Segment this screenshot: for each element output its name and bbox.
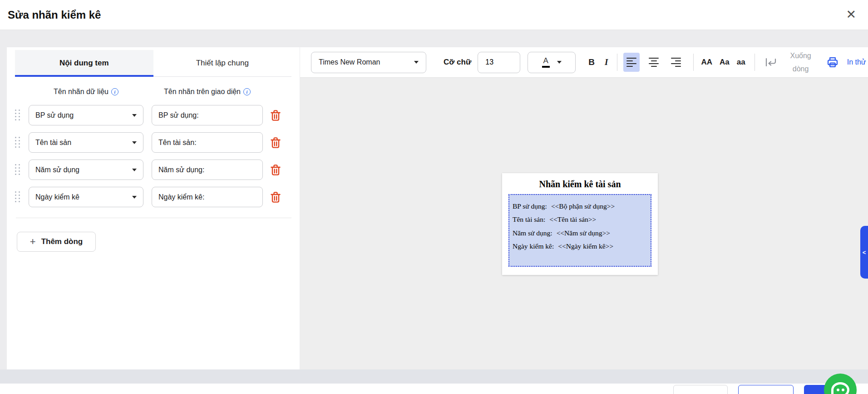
toolbar-separator <box>755 54 755 71</box>
print-test-button[interactable]: In thử <box>846 57 868 68</box>
preview-line-value: <<Bộ phận sử dụng>> <box>551 202 615 210</box>
tab-label: Nội dung tem <box>59 59 109 68</box>
chevron-left-icon: < <box>863 249 866 256</box>
drag-handle-icon[interactable] <box>15 191 29 203</box>
font-size-input[interactable] <box>478 52 520 73</box>
select-value: Năm sử dụng <box>35 166 79 174</box>
bold-button[interactable]: B <box>588 57 595 67</box>
tab-label-content[interactable]: Nội dung tem <box>15 50 153 76</box>
preview-line-label: Năm sử dụng: <box>513 229 552 237</box>
tab-bar: Nội dung tem Thiết lập chung <box>15 50 291 77</box>
preview-line-label: Tên tài sản: <box>513 215 545 223</box>
field-row: Ngày kiểm kê <box>15 187 291 207</box>
align-right-button[interactable] <box>668 53 684 72</box>
delete-row-button[interactable] <box>269 191 282 204</box>
preview-line: BP sử dụng:<<Bộ phận sử dụng>> <box>513 199 651 213</box>
column-header-display-name: Tên nhãn trên giao diện i <box>152 88 263 96</box>
trash-icon <box>270 137 281 149</box>
display-name-input[interactable] <box>152 105 263 125</box>
chevron-down-icon <box>132 141 137 144</box>
preview-line-value: <<Ngày kiểm kê>> <box>558 242 613 250</box>
plus-icon: + <box>30 237 36 247</box>
trash-icon <box>270 164 281 176</box>
capitalize-button[interactable]: Aa <box>720 58 730 67</box>
align-left-button[interactable] <box>623 53 640 72</box>
uppercase-button[interactable]: AA <box>701 58 712 67</box>
column-header-label: Tên nhãn trên giao diện <box>164 88 241 96</box>
preview-line: Năm sử dụng:<<Năm sử dụng>> <box>513 226 651 240</box>
field-row: Năm sử dụng <box>15 160 291 180</box>
drag-handle-icon[interactable] <box>15 137 29 148</box>
data-field-select[interactable]: BP sử dụng <box>29 105 143 125</box>
field-row: Tên tài sản <box>15 132 291 153</box>
preview-line: Tên tài sản:<<Tên tài sản>> <box>513 213 651 226</box>
formatting-toolbar: Times New Roman Cỡ chữ A B I AA Aa aa Xu… <box>300 47 868 78</box>
column-header-label: Tên nhãn dữ liệu <box>54 88 108 96</box>
line-break-label[interactable]: Xuống dòng <box>782 49 819 75</box>
drag-handle-icon[interactable] <box>15 164 29 175</box>
line-break-icon[interactable] <box>765 57 777 68</box>
preview-line-value: <<Tên tài sản>> <box>549 215 596 223</box>
dialog-titlebar: Sửa nhãn kiểm kê ✕ <box>0 0 868 30</box>
chevron-down-icon <box>132 169 137 171</box>
tab-general-settings[interactable]: Thiết lập chung <box>153 50 292 76</box>
select-value: BP sử dụng <box>35 111 74 120</box>
info-icon[interactable]: i <box>243 88 251 95</box>
data-field-select[interactable]: Tên tài sản <box>29 132 143 153</box>
tab-label: Thiết lập chung <box>196 59 249 68</box>
chevron-down-icon <box>132 196 137 199</box>
preview-line-label: Ngày kiểm kê: <box>513 242 554 250</box>
dialog-title: Sửa nhãn kiểm kê <box>8 9 101 21</box>
data-field-select[interactable]: Năm sử dụng <box>29 160 143 180</box>
display-name-input[interactable] <box>152 132 263 153</box>
footer-secondary-button[interactable] <box>673 385 728 394</box>
preview-line-value: <<Năm sử dụng>> <box>557 229 610 237</box>
preview-line: Ngày kiểm kê:<<Ngày kiểm kê>> <box>513 239 651 253</box>
font-size-label: Cỡ chữ <box>444 58 471 67</box>
delete-row-button[interactable] <box>269 109 282 122</box>
chat-bubble-icon <box>831 382 849 394</box>
column-headers: Tên nhãn dữ liệu i Tên nhãn trên giao di… <box>15 88 291 96</box>
drag-handle-icon[interactable] <box>15 110 29 121</box>
align-center-button[interactable] <box>646 53 662 72</box>
footer-outline-button[interactable] <box>738 385 794 394</box>
font-family-value: Times New Roman <box>319 58 380 66</box>
display-name-input[interactable] <box>152 187 263 207</box>
field-row: BP sử dụng <box>15 105 291 125</box>
info-icon[interactable]: i <box>111 88 118 95</box>
label-content-panel: Nội dung tem Thiết lập chung Tên nhãn dữ… <box>7 47 300 369</box>
trash-icon <box>270 110 281 121</box>
chevron-down-icon <box>557 61 562 64</box>
font-color-picker[interactable]: A <box>528 52 576 73</box>
label-preview-body[interactable]: BP sử dụng:<<Bộ phận sử dụng>> Tên tài s… <box>508 194 651 267</box>
delete-row-button[interactable] <box>269 164 282 176</box>
delete-row-button[interactable] <box>269 136 282 149</box>
chevron-down-icon <box>132 114 137 117</box>
chevron-down-icon <box>414 61 419 64</box>
close-icon[interactable]: ✕ <box>846 9 856 21</box>
select-value: Ngày kiểm kê <box>35 193 79 201</box>
footer-bar <box>0 384 868 394</box>
bottom-strip <box>0 369 868 384</box>
toolbar-separator <box>693 54 694 71</box>
field-rows: BP sử dụng Tên tài sản <box>15 105 291 207</box>
lowercase-button[interactable]: aa <box>737 58 745 67</box>
printer-icon[interactable] <box>826 56 839 69</box>
font-color-letter: A <box>542 57 550 68</box>
font-family-select[interactable]: Times New Roman <box>311 52 426 73</box>
preview-line-label: BP sử dụng: <box>513 202 547 210</box>
section-divider <box>16 218 291 218</box>
data-field-select[interactable]: Ngày kiểm kê <box>29 187 143 207</box>
add-row-button[interactable]: + Thêm dòng <box>17 232 96 252</box>
label-preview-card[interactable]: Nhãn kiểm kê tài sản BP sử dụng:<<Bộ phậ… <box>502 173 658 275</box>
trash-icon <box>270 191 281 203</box>
column-header-data-field: Tên nhãn dữ liệu i <box>29 88 143 96</box>
select-value: Tên tài sản <box>35 139 71 147</box>
toolbar-separator <box>617 54 617 71</box>
preview-canvas: Nhãn kiểm kê tài sản BP sử dụng:<<Bộ phậ… <box>300 78 868 369</box>
label-preview-title: Nhãn kiểm kê tài sản <box>502 179 658 190</box>
add-row-label: Thêm dòng <box>41 237 83 246</box>
italic-button[interactable]: I <box>605 57 608 67</box>
collapse-panel-tab[interactable]: < <box>860 226 868 279</box>
display-name-input[interactable] <box>152 160 263 180</box>
